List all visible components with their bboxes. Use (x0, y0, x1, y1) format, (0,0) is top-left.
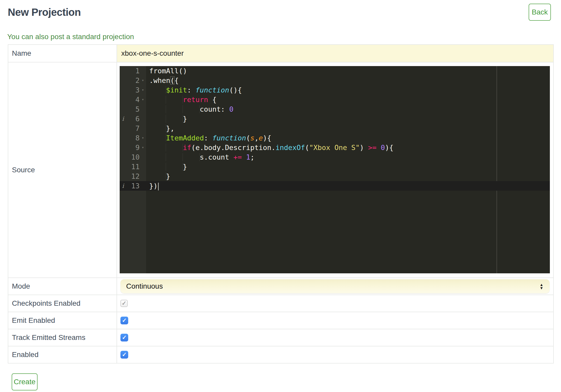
gutter-spacer (140, 114, 146, 124)
info-annotation-icon: i (120, 114, 126, 124)
mode-select[interactable]: Continuous ▲ ▼ (120, 279, 550, 293)
line-number: 11 (126, 162, 140, 172)
code-line: $init: function(){ (146, 85, 550, 95)
gutter-spacer (120, 95, 126, 104)
emit-checkbox[interactable]: ✓ (120, 317, 128, 324)
enabled-checkbox[interactable]: ✓ (120, 351, 128, 359)
text-cursor (158, 183, 159, 190)
name-row: Name (8, 45, 553, 62)
gutter-spacer (140, 162, 146, 172)
select-arrows-icon: ▲ ▼ (540, 283, 543, 290)
gutter-line: 10 (120, 152, 146, 162)
line-number: 3 (126, 85, 140, 95)
checkpoints-checkbox: ✓ (120, 300, 128, 307)
check-icon: ✓ (122, 317, 127, 324)
check-icon: ✓ (122, 300, 126, 307)
gutter-spacer (140, 104, 146, 114)
name-label: Name (8, 45, 117, 62)
gutter-spacer (120, 76, 126, 85)
code-line: count: 0 (146, 104, 550, 114)
line-number: 4 (126, 95, 140, 104)
gutter-spacer (120, 66, 126, 76)
check-icon: ✓ (122, 334, 127, 341)
emit-label: Emit Enabled (8, 312, 117, 329)
checkpoints-label: Checkpoints Enabled (8, 295, 117, 312)
code-line: } (146, 162, 550, 172)
gutter-spacer (120, 172, 126, 181)
code-line: s.count += 1; (146, 152, 550, 162)
gutter-spacer (120, 143, 126, 152)
fold-arrow-icon[interactable]: ▾ (140, 95, 146, 104)
gutter-line: i6 (120, 114, 146, 124)
gutter-line: 4▾ (120, 95, 146, 104)
line-number: 5 (126, 104, 140, 114)
track-label: Track Emitted Streams (8, 329, 117, 346)
gutter-spacer (120, 104, 126, 114)
gutter-line: 5 (120, 104, 146, 114)
gutter-line: 9▾ (120, 143, 146, 152)
code-line: fromAll() (146, 66, 550, 76)
editor-gutter: 12▾3▾4▾5i678▾9▾101112i13 (120, 66, 146, 273)
line-number: 12 (126, 172, 140, 181)
line-number: 8 (126, 133, 140, 143)
code-line: ItemAdded: function(s,e){ (146, 133, 550, 143)
name-input[interactable] (117, 45, 553, 62)
fold-arrow-icon[interactable]: ▾ (140, 143, 146, 152)
gutter-line: 3▾ (120, 85, 146, 95)
gutter-spacer (120, 85, 126, 95)
gutter-spacer (120, 152, 126, 162)
gutter-spacer (120, 133, 126, 143)
create-button[interactable]: Create (12, 373, 38, 390)
mode-row: Mode Continuous ▲ ▼ (8, 278, 553, 295)
line-number: 13 (126, 181, 140, 191)
code-editor[interactable]: 12▾3▾4▾5i678▾9▾101112i13 fromAll().when(… (120, 66, 550, 273)
code-line: return { (146, 95, 550, 104)
line-number: 6 (126, 114, 140, 124)
fold-arrow-icon[interactable]: ▾ (140, 85, 146, 95)
enabled-label: Enabled (8, 346, 117, 363)
standard-projection-link[interactable]: You can also post a standard projection (7, 33, 134, 41)
page-title: New Projection (8, 6, 561, 18)
check-icon: ✓ (122, 351, 127, 358)
info-annotation-icon: i (120, 181, 126, 191)
gutter-line: 8▾ (120, 133, 146, 143)
track-checkbox[interactable]: ✓ (120, 334, 128, 341)
code-line: }) (146, 181, 550, 191)
enabled-row: Enabled ✓ (8, 346, 553, 363)
code-line: .when({ (146, 76, 550, 85)
checkpoints-row: Checkpoints Enabled ✓ (8, 295, 553, 312)
code-line: if(e.body.Description.indexOf("Xbox One … (146, 143, 550, 152)
editor-code-area: fromAll().when({ $init: function(){ retu… (146, 66, 550, 273)
code-line: }, (146, 124, 550, 133)
line-number: 10 (126, 152, 140, 162)
gutter-line: 12 (120, 172, 146, 181)
line-number: 2 (126, 76, 140, 85)
gutter-spacer (120, 162, 126, 172)
source-row: Source 12▾3▾4▾5i678▾9▾101112i13 fromAll(… (8, 62, 553, 278)
projection-form: Name Source 12▾3▾4▾5i678▾9▾101112i13 fro… (8, 44, 554, 364)
gutter-spacer (140, 181, 146, 191)
code-line: } (146, 114, 550, 124)
mode-label: Mode (8, 278, 117, 295)
track-row: Track Emitted Streams ✓ (8, 329, 553, 346)
gutter-spacer (120, 124, 126, 133)
emit-row: Emit Enabled ✓ (8, 312, 553, 329)
line-number: 9 (126, 143, 140, 152)
line-number: 7 (126, 124, 140, 133)
gutter-line: 1 (120, 66, 146, 76)
gutter-spacer (140, 172, 146, 181)
gutter-line: i13 (120, 181, 146, 191)
gutter-line: 2▾ (120, 76, 146, 85)
fold-arrow-icon[interactable]: ▾ (140, 76, 146, 85)
gutter-spacer (140, 124, 146, 133)
gutter-spacer (140, 152, 146, 162)
mode-select-value: Continuous (126, 282, 163, 290)
gutter-line: 7 (120, 124, 146, 133)
back-button[interactable]: Back (529, 4, 551, 21)
code-line: } (146, 172, 550, 181)
gutter-line: 11 (120, 162, 146, 172)
line-number: 1 (126, 66, 140, 76)
fold-arrow-icon[interactable]: ▾ (140, 133, 146, 143)
source-label: Source (8, 62, 117, 278)
gutter-spacer (140, 66, 146, 76)
